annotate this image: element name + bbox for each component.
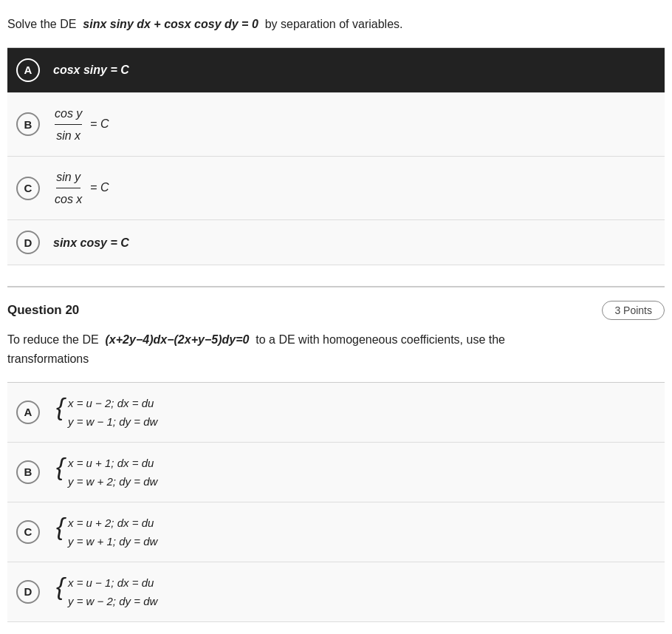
q20-option-b-content: x = u + 1; dx = du y = w + 2; dy = dw <box>53 453 157 491</box>
q20-title: Question 20 <box>7 303 79 318</box>
q19-option-c-content: sin y cos x = C <box>53 167 109 209</box>
q20-points: 3 Points <box>602 301 665 320</box>
q19-option-a-content: cosx siny = C <box>53 60 129 80</box>
q20-suffix2: transformations <box>7 352 89 365</box>
q20-option-b-line1: x = u + 1; dx = du <box>68 454 157 473</box>
q20-suffix: to a DE with homogeneous coefficients, u… <box>256 333 505 346</box>
q19-math: sinx siny dx + cosx cosy dy = 0 <box>80 18 265 30</box>
q20-option-d-line1: x = u − 1; dx = du <box>68 573 157 593</box>
q19-option-b[interactable]: B cos y sin x = C <box>7 93 665 157</box>
q19-option-d-content: sinx cosy = C <box>53 233 129 253</box>
q20-option-d-content: x = u − 1; dx = du y = w − 2; dy = dw <box>53 573 157 611</box>
q19-option-d[interactable]: D sinx cosy = C <box>7 220 665 265</box>
section-divider <box>7 286 665 287</box>
q19-option-b-content: cos y sin x = C <box>53 103 109 146</box>
q19-option-b-letter: B <box>16 112 40 136</box>
q19-option-a[interactable]: A cosx siny = C <box>7 48 665 93</box>
q20-option-d-letter: D <box>16 580 40 604</box>
q20-prefix: To reduce the DE <box>7 333 99 346</box>
q20-header: Question 20 3 Points <box>7 301 665 320</box>
q20-option-b-letter: B <box>16 460 40 484</box>
q20-option-a[interactable]: A x = u − 2; dx = du y = w − 1; dy = dw <box>7 383 665 443</box>
q20-option-c-line2: y = w + 1; dy = dw <box>68 532 157 551</box>
q20-option-b-line2: y = w + 2; dy = dw <box>68 472 157 491</box>
q20-option-c-content: x = u + 2; dx = du y = w + 1; dy = dw <box>53 513 157 551</box>
q20-option-a-line2: y = w − 1; dy = dw <box>68 412 157 432</box>
q19-option-a-letter: A <box>16 58 40 82</box>
q19-statement: Solve the DE sinx siny dx + cosx cosy dy… <box>7 15 665 34</box>
q19-suffix: by separation of variables. <box>265 18 403 30</box>
q20-option-a-letter: A <box>16 400 40 424</box>
q20-option-c-letter: C <box>16 520 40 544</box>
q20-option-a-content: x = u − 2; dx = du y = w − 1; dy = dw <box>53 393 157 432</box>
q20-math: (x+2y−4)dx−(2x+y−5)dy=0 <box>102 333 256 346</box>
q20-option-a-line1: x = u − 2; dx = du <box>68 394 157 413</box>
q19-option-c[interactable]: C sin y cos x = C <box>7 157 665 220</box>
q20-option-d[interactable]: D x = u − 1; dx = du y = w − 2; dy = dw <box>7 562 665 622</box>
q19-options: A cosx siny = C B cos y sin x = C C sin … <box>7 47 665 266</box>
q20-option-d-line2: y = w − 2; dy = dw <box>68 592 157 611</box>
q20-option-c[interactable]: C x = u + 2; dx = du y = w + 1; dy = dw <box>7 502 665 562</box>
q20-statement: To reduce the DE (x+2y−4)dx−(2x+y−5)dy=0… <box>7 330 665 368</box>
q20-option-c-line1: x = u + 2; dx = du <box>68 514 157 533</box>
q19-option-c-letter: C <box>16 177 40 200</box>
q20-option-b[interactable]: B x = u + 1; dx = du y = w + 2; dy = dw <box>7 443 665 502</box>
q19-prefix: Solve the DE <box>7 18 76 30</box>
q20-options: A x = u − 2; dx = du y = w − 1; dy = dw … <box>7 382 665 622</box>
q19-option-d-letter: D <box>16 231 40 254</box>
